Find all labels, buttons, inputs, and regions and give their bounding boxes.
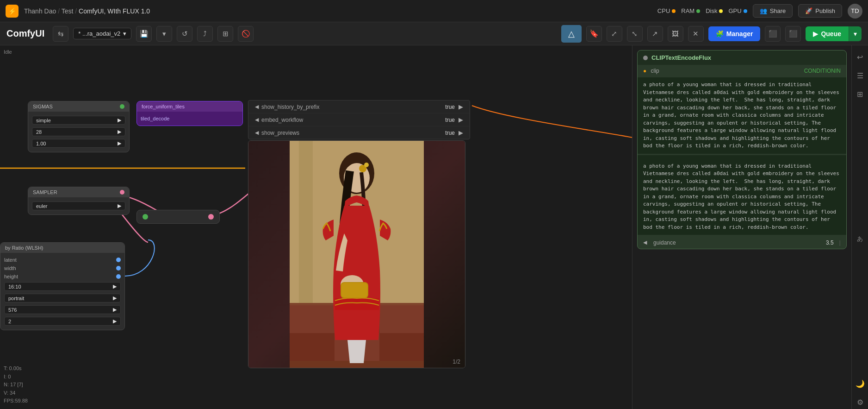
guidance-label: guidance xyxy=(653,239,822,246)
bookmark-button[interactable]: 🔖 xyxy=(586,26,602,42)
preview-image: 1/2 xyxy=(248,141,465,368)
latent-dot xyxy=(116,258,121,262)
avatar[interactable]: TD xyxy=(848,4,862,19)
grid-view-icon[interactable]: ⊞ xyxy=(853,87,867,101)
node-list-icon[interactable]: ☰ xyxy=(853,69,867,82)
sampler-euler-row: euler ▶ xyxy=(32,200,125,212)
node-mode-button[interactable]: △ xyxy=(561,25,582,43)
right-panel-content: CLIPTextEncodeFlux ● clip CONDITIONIN a … xyxy=(632,45,851,409)
ram-dot xyxy=(696,9,700,13)
toggle-right-arrow: ▶ xyxy=(459,103,463,110)
ratio-node-header: by Ratio (WLSH) xyxy=(0,243,124,253)
arrow-icon-2: ▶ xyxy=(118,129,121,135)
right-icon-bar: ↩ ☰ ⊞ あ 🌙 ⚙ xyxy=(851,45,868,409)
gpu-resource: GPU xyxy=(728,7,747,14)
refresh-button[interactable]: ↺ xyxy=(177,26,192,42)
clip-row: ● clip CONDITIONIN xyxy=(638,65,846,77)
sigmas-node[interactable]: SIGMAS simple ▶ 28 ▶ xyxy=(28,101,130,152)
lang-icon[interactable]: あ xyxy=(853,232,867,246)
show-history-row: ◀ show_history_by_prefix true ▶ xyxy=(248,101,470,113)
topbar: ⚡ Thanh Dao / Test / ComfyUI, WIth FLUX … xyxy=(0,0,868,22)
disk-resource: Disk xyxy=(706,7,723,14)
image-preview: 1/2 xyxy=(248,140,465,368)
gear-icon[interactable]: ⚙ xyxy=(853,395,867,409)
settings-panel: ◀ show_history_by_prefix true ▶ ◀ embed_… xyxy=(248,100,470,139)
svg-rect-21 xyxy=(290,141,424,368)
wire-orange-1 xyxy=(472,106,632,140)
close-view-button[interactable]: ✕ xyxy=(688,26,704,42)
status-t: T: 0.00s xyxy=(4,365,28,373)
stop-button[interactable]: 🚫 xyxy=(238,26,254,42)
sigmas-28-row: 28 ▶ xyxy=(32,126,125,138)
purple-node[interactable]: force_uniform_tiles tiled_decode xyxy=(136,101,243,126)
sigmas-simple-row: simple ▶ xyxy=(32,114,125,126)
guidance-row: ◀ guidance 3.5 | xyxy=(638,236,846,249)
nav-button-1[interactable]: ⬛ xyxy=(765,26,781,42)
arrow-icon-4: ▶ xyxy=(118,203,121,209)
export-button[interactable]: ⤴ xyxy=(197,26,213,42)
queue-button[interactable]: ▶ Queue xyxy=(806,26,849,41)
preview-svg xyxy=(290,141,424,368)
preview-page: 1/2 xyxy=(453,359,460,365)
chevron-down-icon: ▾ xyxy=(123,30,126,37)
arrow-button[interactable]: ↗ xyxy=(647,26,663,42)
guidance-bar-icon: | xyxy=(839,239,841,246)
night-mode-icon[interactable]: 🌙 xyxy=(853,377,867,390)
share-workflow-button[interactable]: ⇆ xyxy=(53,26,68,42)
workflow-dropdown[interactable]: * ...ra_aodai_v2 ▾ xyxy=(73,28,131,39)
clip-text-encode-node: CLIPTextEncodeFlux ● clip CONDITIONIN a … xyxy=(637,50,847,249)
puzzle-icon: 🧩 xyxy=(716,30,724,38)
toggle-right-arrow-2: ▶ xyxy=(459,116,463,123)
prompt2-textarea[interactable]: a photo of a young woman that is dressed… xyxy=(638,159,846,235)
sigmas-node-header: SIGMAS xyxy=(28,101,129,112)
play-icon: ▶ xyxy=(813,30,818,38)
width-dot xyxy=(116,266,121,271)
save-as-button[interactable]: ▾ xyxy=(156,26,172,42)
toggle-right-arrow-3: ▶ xyxy=(459,129,463,136)
zoom-in-button[interactable]: ⤡ xyxy=(627,26,643,42)
sampler-node[interactable]: SAMPLER euler ▶ xyxy=(28,187,130,215)
publish-icon: 🚀 xyxy=(805,7,812,14)
history-icon[interactable]: ↩ xyxy=(853,50,867,64)
status-fps: FPS:59.88 xyxy=(4,397,28,405)
clip-node-title: CLIPTextEncodeFlux xyxy=(651,54,711,61)
toolbar: ComfyUI ⇆ * ...ra_aodai_v2 ▾ 💾 ▾ ↺ ⤴ ⊞ 🚫… xyxy=(0,22,868,45)
status-n: N: 17 [7] xyxy=(4,381,28,389)
right-connector xyxy=(208,214,214,220)
status-v: V: 34 xyxy=(4,389,28,397)
ram-resource: RAM xyxy=(681,7,700,14)
prompt1-textarea[interactable]: a photo of a young woman that is dressed… xyxy=(638,77,846,154)
breadcrumb: Thanh Dao / Test / ComfyUI, WIth FLUX 1.… xyxy=(24,7,150,15)
image-view-button[interactable]: 🖼 xyxy=(668,26,683,42)
ratio-node[interactable]: by Ratio (WLSH) latent width height 1 xyxy=(0,242,125,330)
app-name: ComfyUI xyxy=(6,28,44,39)
grid-button[interactable]: ⊞ xyxy=(217,26,233,42)
share-button[interactable]: 👥 Share xyxy=(753,4,793,18)
save-button[interactable]: 💾 xyxy=(136,26,152,42)
app-logo: ⚡ xyxy=(6,5,19,18)
nav-button-2[interactable]: ⬛ xyxy=(785,26,801,42)
arrow-icon: ▶ xyxy=(118,117,121,123)
clip-row-label: ● clip xyxy=(643,68,659,74)
arrow-icon-6: ▶ xyxy=(113,295,117,301)
wire-blue-1 xyxy=(125,240,155,276)
embed-workflow-row: ◀ embed_workflow true ▶ xyxy=(248,113,470,126)
publish-button[interactable]: 🚀 Publish xyxy=(798,4,842,18)
cpu-resource: CPU xyxy=(657,7,676,14)
left-connector xyxy=(143,214,148,220)
sampler-node-header: SAMPLER xyxy=(28,187,129,197)
manager-button[interactable]: 🧩 Manager xyxy=(708,26,761,41)
queue-expand-button[interactable]: ▾ xyxy=(849,26,862,41)
guidance-left-arrow: ◀ xyxy=(643,239,647,245)
arrow-icon-7: ▶ xyxy=(113,307,117,313)
sigmas-output-dot xyxy=(120,104,124,109)
guidance-value: 3.5 xyxy=(826,239,834,246)
arrow-icon-3: ▶ xyxy=(118,140,121,146)
clip-row-value: CONDITIONIN xyxy=(804,68,841,74)
connector-node[interactable] xyxy=(136,210,220,224)
clip-dot-icon: ● xyxy=(643,68,646,74)
fit-button[interactable]: ⤢ xyxy=(607,26,622,42)
canvas[interactable]: Idle SIGMAS simple xyxy=(0,45,632,409)
height-dot xyxy=(116,274,121,279)
clip-status-dot xyxy=(643,56,648,60)
